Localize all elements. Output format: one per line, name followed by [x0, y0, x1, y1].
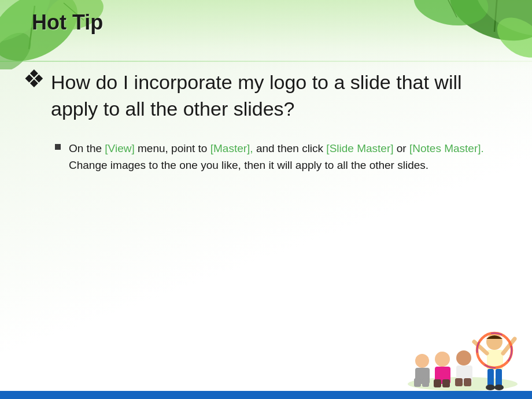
content-area: ❖ How do I incorporate my logo to a slid… — [23, 69, 509, 353]
answer-or: or — [394, 142, 409, 154]
svg-point-21 — [456, 350, 471, 365]
svg-point-31 — [486, 385, 495, 390]
svg-point-32 — [494, 385, 504, 390]
slide-title: Hot Tip — [32, 10, 103, 35]
svg-point-17 — [435, 352, 450, 367]
answer-text: On the [View] menu, point to [Master], a… — [69, 140, 509, 174]
answer-notes-master: [Notes Master]. — [409, 142, 484, 154]
diamond-bullet: ❖ — [23, 66, 45, 93]
question-text: How do I incorporate my logo to a slide … — [51, 69, 509, 123]
answer-block: On the [View] menu, point to [Master], a… — [55, 140, 509, 174]
svg-rect-15 — [414, 378, 421, 387]
svg-point-11 — [467, 0, 532, 49]
svg-rect-23 — [455, 378, 463, 386]
bottom-bar — [0, 391, 532, 399]
title-divider — [0, 61, 532, 62]
answer-master: [Master], — [210, 142, 253, 154]
svg-line-9 — [445, 0, 457, 17]
svg-rect-24 — [464, 378, 471, 386]
square-bullet-icon — [55, 144, 61, 150]
svg-point-8 — [410, 0, 492, 31]
svg-point-6 — [441, 0, 532, 53]
answer-middle1: menu, point to — [135, 142, 210, 154]
answer-middle2: and then click — [253, 142, 327, 154]
answer-prefix: On the — [69, 142, 105, 154]
svg-rect-16 — [422, 378, 429, 387]
answer-suffix: Change images to the one you like, then … — [69, 159, 428, 171]
svg-rect-19 — [434, 379, 441, 387]
question-block: ❖ How do I incorporate my logo to a slid… — [23, 69, 509, 123]
svg-point-10 — [490, 9, 532, 65]
svg-rect-20 — [442, 379, 450, 387]
answer-slide-master: [Slide Master] — [326, 142, 393, 154]
svg-line-7 — [494, 0, 497, 32]
title-area: Hot Tip — [32, 10, 103, 35]
answer-view: [View] — [105, 142, 134, 154]
svg-point-13 — [415, 354, 429, 368]
people-image — [405, 316, 520, 391]
slide: Hot Tip ❖ How do I incorporate my logo t… — [0, 0, 532, 399]
